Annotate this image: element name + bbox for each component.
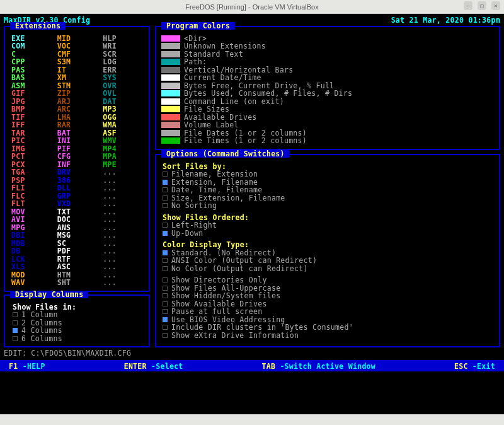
extension-item[interactable]: CPP — [11, 58, 51, 66]
extension-item[interactable]: GIF — [11, 90, 51, 98]
color-row[interactable]: Unknown Extensions — [161, 42, 494, 50]
help-key[interactable]: F1 -HELP — [9, 363, 45, 371]
extension-item[interactable]: FLT — [11, 200, 51, 208]
extension-item[interactable]: INI — [57, 137, 97, 145]
extension-item[interactable]: PCT — [11, 153, 51, 161]
color-display-option[interactable]: ANSI Color (Output can Redirect) — [163, 257, 494, 265]
extension-item[interactable]: ... — [103, 184, 142, 192]
extension-item[interactable]: VOC — [57, 42, 97, 50]
color-row[interactable]: Current Date/Time — [161, 74, 494, 82]
extension-item[interactable]: ... — [103, 263, 142, 271]
color-row[interactable]: File Times (1 or 2 columns) — [161, 137, 494, 145]
color-row[interactable]: Path: — [161, 58, 494, 66]
extension-item[interactable]: S3M — [57, 58, 97, 66]
sort-option[interactable]: Filename, Extension — [163, 170, 494, 178]
sort-option[interactable]: Date, Time, Filename — [163, 186, 494, 194]
color-swatch — [161, 130, 180, 136]
extension-item[interactable]: RAR — [57, 121, 97, 129]
edit-line: EDIT: C:\FDOS\BIN\MAXDIR.CFG — [4, 349, 500, 358]
extension-item[interactable]: DRV — [57, 168, 97, 177]
minimize-button[interactable]: — — [464, 1, 472, 10]
extension-item[interactable]: ZIP — [57, 90, 97, 98]
extension-item[interactable]: MPA — [103, 153, 142, 161]
flag-option[interactable]: Pause at full screen — [163, 308, 494, 316]
extension-item[interactable]: SHT — [57, 279, 97, 287]
checkbox-icon — [163, 301, 168, 306]
close-button[interactable]: ✕ — [491, 1, 500, 10]
extension-item[interactable]: CFG — [57, 153, 97, 161]
checkbox-icon — [163, 187, 168, 192]
sort-option[interactable]: No Sorting — [163, 202, 494, 210]
switch-key[interactable]: TAB -Switch Active Window — [261, 363, 375, 371]
extension-item[interactable]: AVI — [11, 216, 51, 224]
extension-item[interactable]: DB — [11, 247, 51, 255]
extension-item[interactable]: BAS — [11, 74, 51, 82]
column-option[interactable]: 6 Columns — [13, 335, 142, 343]
color-display-option[interactable]: No Color (Output can Redirect) — [163, 265, 494, 273]
flag-option[interactable]: Show eXtra Drive Information — [163, 332, 494, 340]
extension-item[interactable]: IFF — [11, 121, 51, 129]
extension-item[interactable]: DLL — [57, 184, 97, 192]
option-label: Include DIR clusters in 'Bytes Consumed' — [171, 323, 353, 332]
order-option[interactable]: Left-Right — [163, 221, 494, 230]
extension-item[interactable]: VXD — [57, 200, 97, 208]
checkbox-icon — [163, 317, 168, 322]
column-option[interactable]: 1 Column — [13, 311, 142, 319]
color-swatch — [161, 35, 180, 42]
extension-item[interactable]: ... — [103, 168, 142, 177]
checkbox-icon — [163, 266, 168, 271]
checkbox-icon — [163, 203, 168, 208]
extension-item[interactable]: MSG — [57, 231, 97, 240]
extension-item[interactable]: WAV — [11, 279, 51, 287]
extension-item[interactable]: WMA — [103, 121, 142, 129]
color-swatch — [161, 59, 180, 65]
extension-item[interactable]: ARC — [57, 105, 97, 114]
color-row[interactable]: File Sizes — [161, 105, 494, 114]
column-option[interactable]: 4 Columns — [13, 327, 142, 335]
color-label: File Times (1 or 2 columns) — [184, 137, 307, 145]
checkbox-icon — [163, 231, 168, 236]
extension-item[interactable]: WMV — [103, 137, 142, 145]
checkbox-icon — [163, 250, 168, 255]
color-row[interactable]: Volume Label — [161, 121, 494, 129]
checkbox-icon — [163, 277, 168, 282]
extension-item[interactable]: ... — [103, 247, 142, 255]
extension-item[interactable]: FLI — [11, 184, 51, 192]
exit-key[interactable]: ESC -Exit — [454, 363, 495, 371]
extension-item[interactable]: XLS — [11, 263, 51, 271]
extension-item[interactable]: WRI — [103, 42, 142, 50]
extension-item[interactable]: ... — [103, 231, 142, 240]
option-label: No Sorting — [171, 202, 217, 210]
flag-option[interactable]: Show Hidden/System files — [163, 292, 494, 300]
extension-item[interactable]: ... — [103, 279, 142, 287]
extension-item[interactable]: PDF — [57, 247, 97, 255]
extension-item[interactable]: DOC — [57, 216, 97, 224]
color-swatch — [161, 90, 180, 96]
color-row[interactable]: Standard Text — [161, 50, 494, 59]
flag-option[interactable]: Show Directories Only — [163, 276, 494, 284]
extension-item[interactable]: BMP — [11, 105, 51, 114]
flag-option[interactable]: Include DIR clusters in 'Bytes Consumed' — [163, 323, 494, 332]
extension-item[interactable]: COM — [11, 42, 51, 50]
extension-item[interactable]: ... — [103, 200, 142, 208]
maximize-button[interactable]: ▢ — [478, 1, 486, 10]
extension-item[interactable]: XM — [57, 74, 97, 82]
display-columns-title: Display Columns — [10, 291, 88, 299]
select-key[interactable]: ENTER -Select — [124, 363, 183, 371]
options-panel: Options (Command Switches) Sort Files by… — [155, 154, 500, 348]
extension-item[interactable]: OVL — [103, 90, 142, 98]
extension-item[interactable]: MP3 — [103, 105, 142, 114]
extension-item[interactable]: TGA — [11, 168, 51, 177]
extension-item[interactable]: ASC — [57, 263, 97, 271]
color-row[interactable]: Bytes Used, Consumed, # Files, # Dirs — [161, 90, 494, 98]
extension-item[interactable]: ... — [103, 216, 142, 224]
checkbox-icon — [13, 336, 18, 341]
extension-item[interactable]: PIC — [11, 137, 51, 145]
extension-item[interactable]: LOG — [103, 58, 142, 66]
color-swatch — [161, 106, 180, 112]
order-option[interactable]: Up-Down — [163, 230, 494, 238]
checkbox-icon — [163, 223, 168, 228]
extension-item[interactable]: SYS — [103, 74, 142, 82]
extension-item[interactable]: DBI — [11, 231, 51, 240]
color-swatch — [161, 51, 180, 57]
